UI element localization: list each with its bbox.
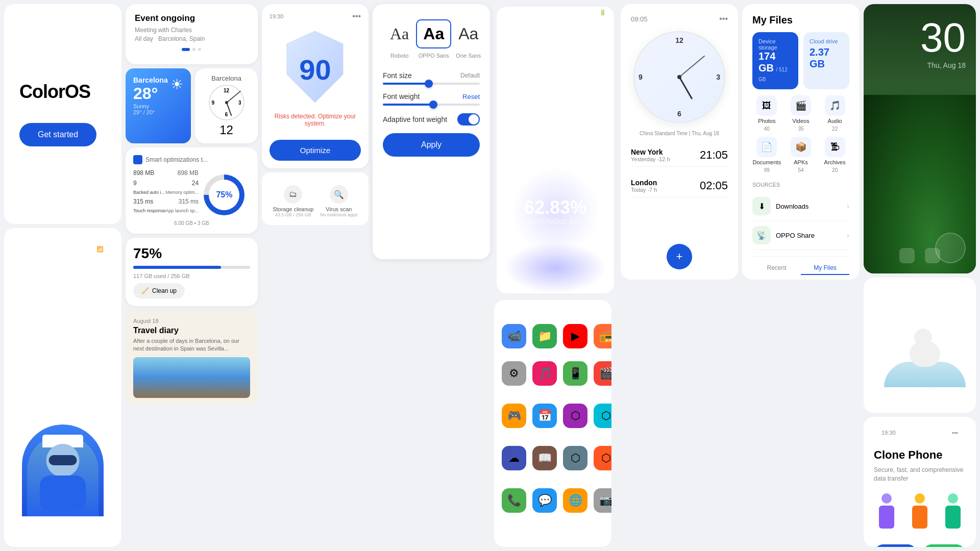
person-3	[940, 493, 966, 534]
app-item-camera[interactable]: 📷 Camera	[594, 488, 611, 519]
videos-count: 35	[798, 126, 803, 132]
cleanup-button[interactable]: 🧹 Clean up	[133, 283, 185, 298]
downloads-source[interactable]: ⬇ Downloads ›	[752, 192, 849, 221]
font-weight-reset[interactable]: Reset	[462, 93, 480, 101]
audio-category[interactable]: 🎵 Audio 22	[820, 95, 849, 132]
oppo-share-source[interactable]: 📡 OPPO Share ›	[752, 221, 849, 250]
videos-category[interactable]: 🎬 Videos 35	[787, 95, 816, 132]
font-option-oppo[interactable]: Aa OPPO Sans	[416, 19, 451, 59]
calendar-label: Calendar	[535, 430, 554, 435]
app-item-chrome[interactable]: 🌐 Chrome	[563, 488, 587, 519]
charging-panel: 19:30 🔋 19 30 Thu, Aug 18 Fast charging.…	[497, 7, 614, 293]
clonephone-label: Clone Phone	[563, 387, 587, 397]
security-label: Risks detected. Optimize your system.	[270, 113, 361, 127]
smart-r1v: 898 MB	[178, 169, 199, 177]
gamecenter-icon: 🎮	[502, 404, 526, 428]
app-item-video[interactable]: 🎬 Video	[594, 361, 611, 397]
app-item-misc1[interactable]: ⬡	[563, 404, 587, 440]
charge-min: 30	[512, 90, 599, 131]
font3-name: One Sans	[456, 53, 481, 59]
duo-label: Duo	[510, 350, 519, 355]
apply-button[interactable]: Apply	[383, 133, 480, 157]
font-option-onesans[interactable]: Aa One Sans	[451, 19, 485, 59]
camera-label: Camera	[598, 514, 611, 519]
myfiles-title: My Files	[752, 14, 849, 26]
archives-name: Archives	[824, 159, 846, 165]
call-number: 074 404 80260	[14, 296, 111, 306]
clone-btn-old[interactable]: Old phone	[874, 544, 917, 547]
font-option-roboto[interactable]: Aa Roboto	[383, 19, 416, 59]
smart-r3v: Memory optim...	[166, 190, 199, 195]
wc-more-icon[interactable]: •••	[719, 14, 728, 23]
tab-recent[interactable]: Recent	[752, 262, 801, 275]
clock-city: Barcelona	[211, 74, 241, 82]
app-item-reader[interactable]: 📖 Reader	[532, 446, 557, 482]
app-item-gamecenter[interactable]: 🎮 Game Center	[502, 404, 526, 440]
clone-btn-new[interactable]: New phone	[922, 544, 966, 547]
app-item-music[interactable]: 🎵 Music	[532, 361, 557, 397]
travel-date: August 18	[133, 318, 250, 324]
wc-city2-time: 02:05	[700, 179, 728, 192]
wc-china-time: China Standard Time | Thu, Aug 18	[631, 131, 728, 136]
add-city-button[interactable]: +	[667, 244, 692, 269]
virus-scan-val: No malicious apps	[320, 212, 358, 217]
app-item-clonephone[interactable]: 📱 Clone Phone	[563, 361, 587, 397]
clone-time: 19:30	[881, 430, 896, 436]
app-item-settings[interactable]: ⚙ Settings	[502, 361, 526, 397]
smart-r5l: Touch response	[133, 208, 166, 213]
font-size-section: Font size Default	[383, 71, 480, 85]
smart-ring-pct: 75%	[216, 190, 232, 199]
event-title: Event ongoing	[135, 13, 249, 23]
cloud-label: Cloud drive	[810, 38, 843, 44]
app-item-messages[interactable]: 💬 Messages	[532, 488, 557, 519]
tab-myfiles[interactable]: My Files	[801, 262, 849, 275]
photos-category[interactable]: 🖼 Photos 40	[752, 95, 781, 132]
device-storage-card: Device storage 174 GB / 512 GB	[752, 32, 798, 89]
font-preview: Aa Roboto Aa OPPO Sans Aa One Sans	[383, 14, 480, 64]
apks-name: APKs	[794, 159, 808, 165]
bear-head	[914, 329, 932, 346]
dock-icon-1	[899, 248, 915, 263]
apks-category[interactable]: 📦 APKs 54	[787, 137, 816, 173]
files-label: Files	[540, 350, 549, 355]
font-weight-section: Font weight Reset	[383, 92, 480, 106]
app-item-calendar[interactable]: 📅 Calendar	[532, 404, 557, 440]
smart-r4l: 315 ms	[133, 198, 153, 205]
app-item-files[interactable]: 📁 Files	[532, 324, 557, 355]
app-item-misc4[interactable]: ⬡	[594, 446, 611, 482]
event-panel: Event ongoing Meeting with Charles All d…	[126, 4, 258, 64]
heytap-label: HeyTap Cloud	[502, 472, 526, 482]
app-item-heytap[interactable]: ☁ HeyTap Cloud	[502, 446, 526, 482]
security-time: 19:30	[270, 13, 284, 19]
font-weight-slider[interactable]	[383, 104, 480, 106]
apks-icon: 📦	[791, 137, 811, 157]
oppo-share-icon: 📡	[752, 226, 771, 244]
adaptive-toggle[interactable]	[457, 113, 480, 126]
archives-icon: 🗜	[825, 137, 845, 157]
app-item-misc3[interactable]: ⬡	[563, 446, 587, 482]
wc-city1-name: New York	[631, 148, 670, 156]
archives-category[interactable]: 🗜 Archives 20	[820, 137, 849, 173]
app-item-phone[interactable]: 📞 Phone	[502, 488, 526, 519]
chrome-label: Chrome	[567, 514, 583, 519]
font2-letter: Aa	[423, 24, 444, 43]
device-size-num: 174 GB	[758, 51, 775, 73]
video-icon: 🎬	[594, 361, 611, 386]
get-started-button[interactable]: Get started	[19, 123, 96, 146]
font-settings-panel: Aa Roboto Aa OPPO Sans Aa One Sans	[373, 4, 490, 259]
wc-num-6: 6	[677, 110, 681, 118]
app-item-duo[interactable]: 📹 Duo	[502, 324, 526, 355]
documents-icon: 📄	[756, 137, 777, 157]
font-size-slider[interactable]	[383, 83, 480, 85]
documents-category[interactable]: 📄 Documents 99	[752, 137, 781, 173]
smart-ring: 75%	[204, 174, 244, 215]
app-item-misc2[interactable]: ⬡	[594, 404, 611, 440]
charge-hour: 19	[512, 49, 599, 90]
cleanup-label: Clean up	[152, 287, 177, 294]
files-icon: 📁	[532, 324, 557, 348]
clock-card: Barcelona 12 3 6 9 12	[195, 68, 257, 143]
optimize-button[interactable]: Optimize	[270, 140, 361, 161]
app-item-youtube[interactable]: ▶ YouTube	[563, 324, 587, 355]
security-dots[interactable]: •••	[352, 12, 361, 21]
app-item-radio[interactable]: 📻 Radio	[594, 324, 611, 355]
